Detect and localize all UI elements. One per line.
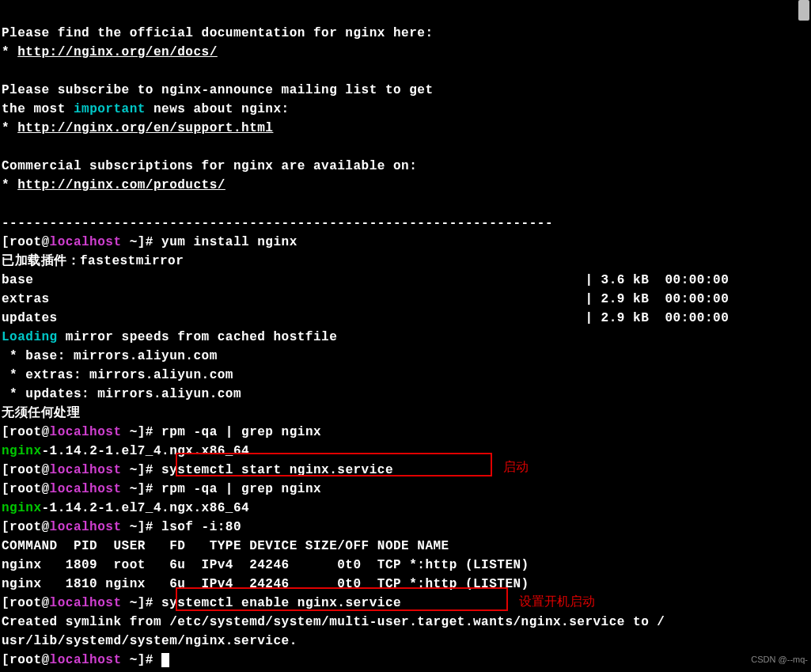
annotation-box-start <box>176 453 492 476</box>
loading-rest: mirror speeds from cached hostfile <box>58 330 338 344</box>
prompt-open: [root@ <box>2 520 50 534</box>
cursor-icon <box>161 653 169 667</box>
hr: ----------------------------------------… <box>2 216 553 230</box>
hostname: localhost <box>50 425 122 439</box>
lsof-row-1: nginx 1809 root 6u IPv4 24246 0t0 TCP *:… <box>2 558 529 572</box>
cmd-lsof: lsof -i:80 <box>161 520 241 534</box>
hostname: localhost <box>50 520 122 534</box>
annotation-label-start: 启动 <box>503 457 529 476</box>
repo-updates: updates | 2.9 kB 00:00:00 <box>2 311 729 325</box>
prompt-open: [root@ <box>2 482 50 496</box>
pkg-name-2: nginx <box>2 501 42 515</box>
products-url: http://nginx.com/products/ <box>17 178 225 192</box>
plugins-line: 已加载插件：fastestmirror <box>2 254 184 268</box>
subscribe-line-2a: the most <box>2 102 74 116</box>
cmd-rpm-2: rpm -qa | grep nginx <box>161 482 321 496</box>
annotation-label-enable: 设置开机启动 <box>519 592 595 611</box>
cmd-yum: yum install nginx <box>161 235 297 249</box>
bullet: * <box>2 121 17 135</box>
symlink-line-2: usr/lib/systemd/system/nginx.service. <box>2 634 297 648</box>
prompt-close: ~]# <box>122 425 162 439</box>
prompt-close: ~]# <box>122 463 162 477</box>
cmd-rpm: rpm -qa | grep nginx <box>161 425 321 439</box>
repo-base: base | 3.6 kB 00:00:00 <box>2 273 729 287</box>
prompt-open: [root@ <box>2 425 50 439</box>
prompt-open: [root@ <box>2 463 50 477</box>
docs-intro-line: Please find the official documentation f… <box>2 26 433 40</box>
prompt-open: [root@ <box>2 596 50 610</box>
annotation-box-enable <box>176 587 508 611</box>
mirror-extras: * extras: mirrors.aliyun.com <box>2 368 233 382</box>
support-url: http://nginx.org/en/support.html <box>17 121 273 135</box>
repo-extras: extras | 2.9 kB 00:00:00 <box>2 292 729 306</box>
commercial-line: Commercial subscriptions for nginx are a… <box>2 159 417 173</box>
pkg-rest-2: -1.14.2-1.el7_4.ngx.x86_64 <box>42 501 250 515</box>
lsof-header: COMMAND PID USER FD TYPE DEVICE SIZE/OFF… <box>2 539 449 553</box>
mirror-base: * base: mirrors.aliyun.com <box>2 349 218 363</box>
symlink-line-1: Created symlink from /etc/systemd/system… <box>2 615 665 629</box>
hostname: localhost <box>50 596 122 610</box>
important-highlight: important <box>74 102 146 116</box>
subscribe-line-1: Please subscribe to nginx-announce maili… <box>2 83 433 97</box>
bullet: * <box>2 45 17 59</box>
terminal-output[interactable]: Please find the official documentation f… <box>0 0 811 670</box>
loading-word: Loading <box>2 330 58 344</box>
hostname: localhost <box>50 653 122 667</box>
prompt-close: ~]# <box>122 653 162 667</box>
nothing-to-do: 无须任何处理 <box>2 406 80 420</box>
watermark: CSDN @--mq- <box>751 653 808 666</box>
docs-url: http://nginx.org/en/docs/ <box>17 45 218 59</box>
prompt-open: [root@ <box>2 653 50 667</box>
mirror-updates: * updates: mirrors.aliyun.com <box>2 387 241 401</box>
subscribe-line-2c: news about nginx: <box>146 102 290 116</box>
hostname: localhost <box>50 463 122 477</box>
prompt-close: ~]# <box>122 520 162 534</box>
scrollbar-handle[interactable] <box>798 0 809 21</box>
prompt-open: [root@ <box>2 235 50 249</box>
prompt-close: ~]# <box>122 596 162 610</box>
pkg-name: nginx <box>2 444 42 458</box>
prompt-close: ~]# <box>122 235 162 249</box>
hostname: localhost <box>50 482 122 496</box>
prompt-close: ~]# <box>122 482 162 496</box>
hostname: localhost <box>50 235 122 249</box>
bullet: * <box>2 178 17 192</box>
